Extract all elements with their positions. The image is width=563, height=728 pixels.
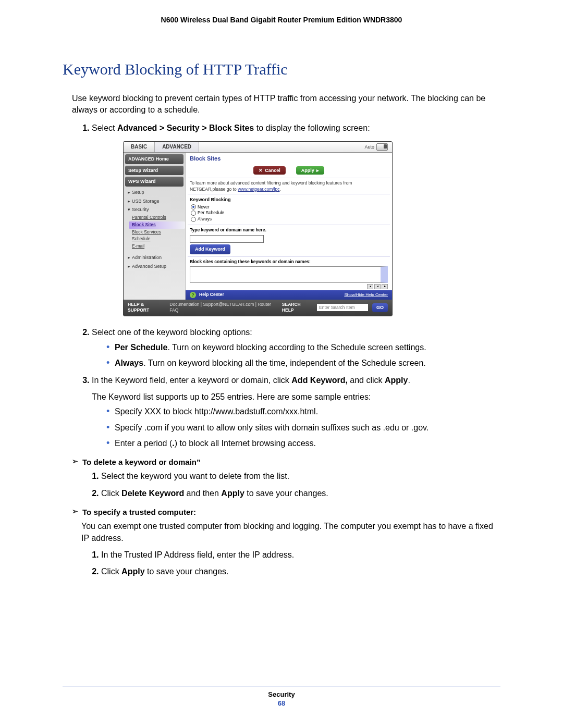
sidebar-wps-wizard[interactable]: WPS Wizard [125,177,183,187]
radio-icon [191,211,196,216]
trusted-step-2: Click Apply to save your changes. [101,566,500,577]
auto-toggle[interactable]: Auto [360,142,392,152]
step2-text: Select one of the keyword blocking optio… [92,328,252,337]
section-title: Keyword Blocking of HTTP Traffic [63,60,500,78]
sidebar: ADVANCED Home Setup Wizard WPS Wizard ▸S… [124,153,185,299]
footer-page-number: 68 [63,699,500,707]
sidebar-usb[interactable]: ▸USB Storage [125,197,185,206]
support-links[interactable]: Documentation | Support@NETGEAR.com | Ro… [169,302,278,314]
add-keyword-button[interactable]: Add Keyword [190,244,230,254]
sidebar-sub-schedule[interactable]: Schedule [132,236,185,243]
cancel-button[interactable]: ✕Cancel [253,166,286,175]
sidebar-sub-email[interactable]: E-mail [132,243,185,250]
chevron-right-icon: ➢ [72,507,78,517]
auto-label: Auto [364,144,374,151]
trusted-intro: You can exempt one trusted computer from… [81,521,500,544]
show-hide-help-link[interactable]: Show/Hide Help Center [344,292,388,298]
sidebar-sub-block-services[interactable]: Block Services [132,229,185,236]
sidebar-sub-block-sites[interactable]: Block Sites [129,221,185,229]
bullet-always: Always. Turn on keyword blocking all the… [106,357,500,369]
block-list-header: Block sites containing these keywords or… [190,259,388,265]
trusted-step-1: In the Trusted IP Address field, enter t… [101,549,500,561]
radio-always[interactable]: Always [191,216,388,223]
sidebar-home[interactable]: ADVANCED Home [125,154,183,164]
sub-heading-trusted: ➢ To specify a trusted computer: [72,507,500,517]
scroll-right-icon[interactable]: ▸ [382,284,388,289]
sidebar-setup[interactable]: ▸Setup [125,188,185,197]
info-link[interactable]: www.netgear.com/lpc [238,187,279,192]
sample-period: Enter a period (.) to block all Internet… [106,438,500,449]
router-screenshot: BASIC ADVANCED Auto ADVANCED Home Setup … [123,141,393,316]
keyword-input[interactable] [190,235,264,243]
search-help-input[interactable] [317,304,368,311]
scroll-left-icon[interactable]: ◂ [374,284,381,289]
help-bar: ? Help Center Show/Hide Help Center [186,290,392,300]
help-label: Help Center [199,292,224,298]
type-label: Type keyword or domain name here. [190,227,388,233]
sidebar-setup-wizard[interactable]: Setup Wizard [125,166,183,176]
delete-step-1: Select the keyword you want to delete fr… [101,471,500,482]
sub-heading-delete: ➢ To delete a keyword or domain” [72,456,500,467]
main-step-list: Select Advanced > Security > Block Sites… [78,122,500,450]
radio-per-schedule[interactable]: Per Schedule [191,210,388,216]
sidebar-advanced-setup[interactable]: ▸Advanced Setup [125,262,185,271]
panel-title: Block Sites [186,153,392,165]
radio-never[interactable]: Never [191,204,388,211]
page-footer: Security 68 [63,683,500,708]
delete-step-2: Click Delete Keyword and then Apply to s… [101,488,500,499]
step3-note: The Keyword list supports up to 255 entr… [92,391,500,403]
apply-button[interactable]: Apply▸ [296,166,324,175]
keyword-listbox[interactable] [190,266,388,283]
bullet-per-schedule: Per Schedule. Turn on keyword blocking a… [106,342,500,353]
document-header: N600 Wireless Dual Band Gigabit Router P… [63,16,500,24]
footer-bar: HELP & SUPPORT Documentation | Support@N… [124,300,392,316]
tab-bar: BASIC ADVANCED Auto [124,142,392,153]
step1-pre: Select [92,124,117,132]
step1-post: to display the following screen: [254,124,370,132]
help-support-label: HELP & SUPPORT [128,302,165,314]
tab-advanced[interactable]: ADVANCED [155,142,199,152]
footer-section: Security [63,690,500,698]
search-help-label: SEARCH HELP [282,302,313,314]
delete-steps: Select the keyword you want to delete fr… [88,471,500,499]
intro-paragraph: Use keyword blocking to prevent certain … [72,93,500,116]
sidebar-administration[interactable]: ▸Administration [125,253,185,262]
chevron-right-icon: ➢ [72,456,78,467]
step-1: Select Advanced > Security > Block Sites… [92,122,500,317]
step-3: In the Keyword field, enter a keyword or… [92,375,500,450]
go-button[interactable]: GO [372,303,388,312]
step1-path: Advanced > Security > Block Sites [117,124,254,132]
help-icon[interactable]: ? [190,292,196,298]
info-text: To learn more about advanced content fil… [190,180,388,193]
sidebar-security[interactable]: ▾Security [125,205,185,214]
radio-icon [191,217,196,222]
sidebar-sub-parental[interactable]: Parental Controls [132,214,185,221]
close-icon: ✕ [259,167,263,174]
step-2: Select one of the keyword blocking optio… [92,327,500,369]
main-panel: Block Sites ✕Cancel Apply▸ To learn more… [185,153,392,299]
toggle-knob[interactable] [376,143,388,151]
sample-com: Specify .com if you want to allow only s… [106,422,500,434]
radio-icon [191,204,196,209]
tab-basic[interactable]: BASIC [124,142,155,152]
keyword-blocking-header: Keyword Blocking [190,196,388,203]
scroll-up-icon[interactable]: ▴ [367,284,373,289]
sample-xxx: Specify XXX to block http://www.badstuff… [106,406,500,417]
trusted-steps: In the Trusted IP Address field, enter t… [88,549,500,578]
chevron-right-icon: ▸ [316,167,319,174]
